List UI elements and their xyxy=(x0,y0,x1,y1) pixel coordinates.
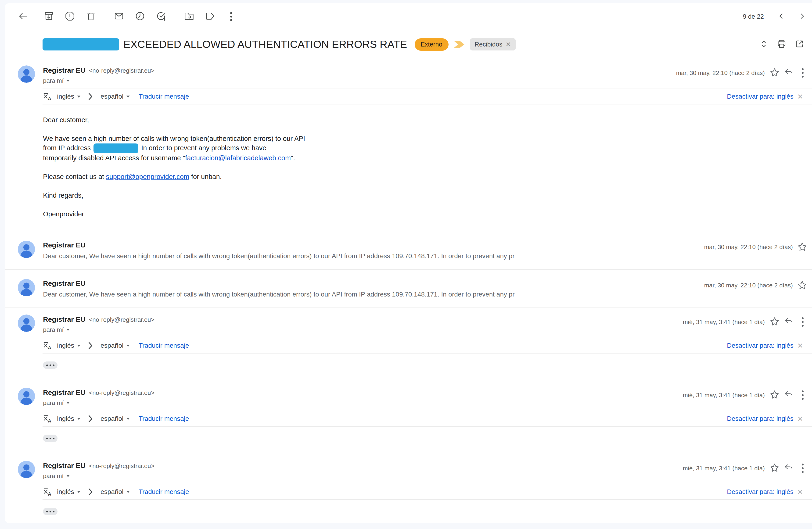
reply-icon xyxy=(783,67,794,78)
close-translate-bar-icon[interactable]: ✕ xyxy=(797,92,803,101)
body-line: Please contact us at xyxy=(43,173,106,180)
translate-message-link[interactable]: Traducir mensaje xyxy=(139,488,189,496)
newer-thread-button[interactable] xyxy=(774,10,788,24)
disable-translation-link[interactable]: Desactivar para: inglés xyxy=(727,342,794,349)
target-language-select[interactable]: español xyxy=(101,488,130,496)
pagination: 9 de 22 xyxy=(743,10,809,24)
message-header: Registrar EU <no-reply@registrar.eu> par… xyxy=(5,59,812,89)
message-more-button[interactable] xyxy=(796,315,810,329)
reply-button[interactable] xyxy=(782,388,796,402)
svg-text:A: A xyxy=(48,418,52,423)
label-chip-text: Recibidos xyxy=(475,41,503,48)
archive-button[interactable] xyxy=(40,8,58,25)
target-language-select[interactable]: español xyxy=(101,342,130,349)
arrow-right-icon xyxy=(87,92,93,101)
support-email-link[interactable]: support@openprovider.com xyxy=(106,173,189,180)
close-translate-bar-icon[interactable]: ✕ xyxy=(797,488,803,496)
recipient-dropdown[interactable]: para mí xyxy=(43,77,155,84)
move-to-button[interactable] xyxy=(180,8,198,25)
source-language-select[interactable]: inglés xyxy=(57,415,81,423)
message-more-button[interactable] xyxy=(796,388,810,402)
translate-bar: A inglés español Traducir mensaje Desact… xyxy=(43,484,812,500)
print-button[interactable] xyxy=(774,37,789,52)
disable-translation-link[interactable]: Desactivar para: inglés xyxy=(727,415,794,423)
star-button[interactable] xyxy=(796,279,809,292)
sender-name: Registrar EU xyxy=(43,241,704,249)
username-link[interactable]: facturacion@lafabricadelaweb.com xyxy=(185,154,291,162)
collapsed-content: Registrar EU Dear customer, We have seen… xyxy=(43,241,704,260)
sender-name: Registrar EU xyxy=(43,462,86,469)
reply-button[interactable] xyxy=(782,66,796,80)
disable-translation-link[interactable]: Desactivar para: inglés xyxy=(727,93,794,100)
back-button[interactable] xyxy=(14,8,32,25)
body-line: for unban. xyxy=(189,173,222,180)
report-spam-button[interactable] xyxy=(61,8,78,25)
mark-unread-button[interactable] xyxy=(110,8,128,25)
sender-info: Registrar EU <no-reply@registrar.eu> par… xyxy=(43,461,155,480)
source-language-select[interactable]: inglés xyxy=(57,342,81,349)
delete-button[interactable] xyxy=(82,8,100,25)
more-vert-icon xyxy=(802,317,803,327)
message-body: Dear customer, We have seen a high numbe… xyxy=(5,104,812,231)
recipient-dropdown[interactable]: para mí xyxy=(43,472,155,480)
show-trimmed-content-button[interactable] xyxy=(43,362,58,369)
translate-bar-right: Desactivar para: inglés ✕ xyxy=(727,488,803,496)
show-trimmed-content-button[interactable] xyxy=(43,435,58,442)
source-language-select[interactable]: inglés xyxy=(57,93,81,100)
star-button[interactable] xyxy=(796,241,809,254)
labels-button[interactable] xyxy=(202,8,219,25)
labels-icon xyxy=(205,11,216,23)
sender-avatar xyxy=(18,241,35,258)
target-language-select[interactable]: español xyxy=(101,415,130,423)
translate-message-link[interactable]: Traducir mensaje xyxy=(139,415,189,423)
body-line: In order to prevent any problems we have xyxy=(141,144,266,152)
sender-info: Registrar EU <no-reply@registrar.eu> par… xyxy=(43,65,155,84)
show-trimmed-content-button[interactable] xyxy=(43,508,58,515)
remove-label-icon[interactable]: ✕ xyxy=(506,41,511,48)
close-translate-bar-icon[interactable]: ✕ xyxy=(797,415,803,423)
add-to-tasks-button[interactable] xyxy=(153,8,170,25)
close-translate-bar-icon[interactable]: ✕ xyxy=(797,342,803,350)
older-thread-button[interactable] xyxy=(795,10,809,24)
open-in-new-button[interactable] xyxy=(792,37,807,52)
recipient-dropdown[interactable]: para mí xyxy=(43,399,155,407)
message-meta: mar, 30 may, 22:10 (hace 2 días) xyxy=(676,65,810,80)
reply-button[interactable] xyxy=(782,461,796,475)
star-button[interactable] xyxy=(768,315,782,329)
label-chip-recibidos[interactable]: Recibidos ✕ xyxy=(470,38,516,50)
more-options-button[interactable] xyxy=(222,8,240,25)
print-icon xyxy=(777,39,787,50)
sender-avatar xyxy=(18,461,35,478)
disable-translation-link[interactable]: Desactivar para: inglés xyxy=(727,488,794,496)
sender-name: Registrar EU xyxy=(43,279,704,288)
source-language-select[interactable]: inglés xyxy=(57,488,81,496)
reply-button[interactable] xyxy=(782,315,796,329)
translate-message-link[interactable]: Traducir mensaje xyxy=(139,93,189,100)
message-collapsed-2[interactable]: Registrar EU Dear customer, We have seen… xyxy=(5,231,812,269)
message-snippet: Dear customer, We have seen a high numbe… xyxy=(43,291,704,298)
star-button[interactable] xyxy=(768,388,782,402)
snooze-button[interactable] xyxy=(131,8,149,25)
message-meta: mié, 31 may, 3:41 (hace 1 día) xyxy=(683,461,810,475)
expand-all-button[interactable] xyxy=(756,37,771,52)
svg-text:A: A xyxy=(48,96,52,101)
body-regards: Kind regards, xyxy=(43,192,84,199)
recipient-dropdown[interactable]: para mí xyxy=(43,326,155,334)
source-language-label: inglés xyxy=(57,342,74,349)
chevron-down-icon xyxy=(67,475,70,477)
body-line: from IP address xyxy=(43,144,91,152)
star-button[interactable] xyxy=(768,66,782,80)
message-more-button[interactable] xyxy=(796,461,810,475)
translate-message-link[interactable]: Traducir mensaje xyxy=(139,342,189,349)
message-more-button[interactable] xyxy=(796,66,810,80)
star-button[interactable] xyxy=(768,461,782,475)
sender-avatar xyxy=(18,314,35,332)
message-collapsed-3[interactable]: Registrar EU Dear customer, We have seen… xyxy=(5,270,812,308)
sender-address: <no-reply@registrar.eu> xyxy=(89,316,155,323)
target-language-select[interactable]: español xyxy=(101,93,130,100)
chevron-down-icon xyxy=(77,491,81,493)
chevron-down-icon xyxy=(127,491,130,493)
svg-text:A: A xyxy=(48,345,52,350)
toolbar: 9 de 22 xyxy=(5,3,812,28)
snooze-icon xyxy=(135,11,145,23)
